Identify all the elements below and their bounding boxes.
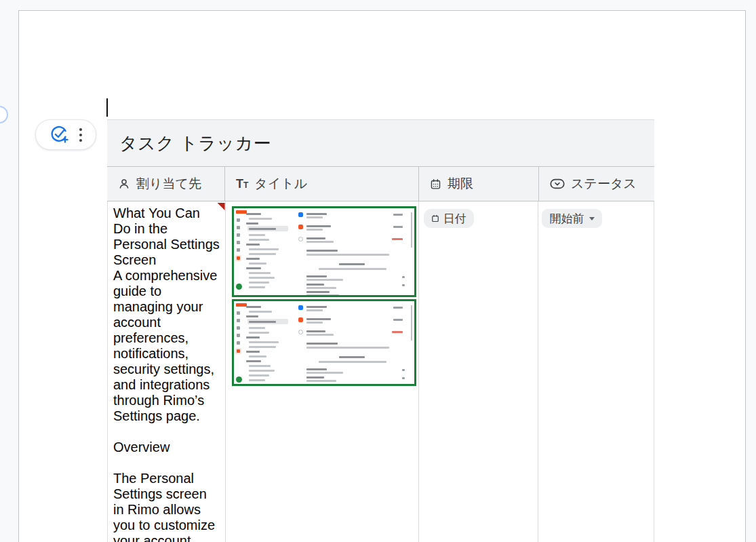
thumbnail-skeleton-shape	[237, 241, 240, 244]
add-task-icon[interactable]	[50, 125, 68, 144]
title-cell[interactable]	[226, 201, 419, 542]
text-line: and integrations	[113, 377, 221, 393]
thumbnail-skeleton-shape	[393, 307, 403, 309]
thumbnail-skeleton-shape	[306, 318, 331, 320]
thumbnail-skeleton-shape	[249, 263, 266, 265]
chevron-down-icon	[589, 217, 595, 220]
thumbnail-skeleton-shape	[306, 347, 389, 349]
thumbnail-skeleton-shape	[306, 229, 323, 231]
text-line: account	[113, 315, 221, 330]
text-caret	[106, 98, 108, 117]
thumbnail-skeleton-shape	[237, 349, 240, 353]
status-chip[interactable]: 開始前	[542, 209, 602, 228]
thumbnail-skeleton-shape	[319, 361, 386, 363]
thumbnail-skeleton-shape	[249, 248, 279, 250]
thumbnail-skeleton-shape	[237, 248, 240, 252]
thumbnail-skeleton-shape	[249, 311, 272, 313]
text-line: preferences,	[113, 330, 221, 346]
thumbnail-skeleton-shape	[249, 365, 271, 367]
due-date-cell[interactable]: 日付	[419, 201, 539, 542]
text-line	[113, 424, 221, 440]
text-line: Personal Settings	[113, 237, 221, 252]
thumbnail-skeleton-shape	[402, 377, 405, 379]
thumbnail-skeleton-shape	[306, 330, 325, 332]
assignee-cell[interactable]: What You CanDo in thePersonal SettingsSc…	[108, 201, 226, 542]
thumbnail-skeleton-shape	[306, 384, 330, 386]
thumbnail-skeleton-shape	[298, 212, 303, 217]
thumbnail-skeleton-shape	[236, 210, 247, 214]
thumbnail-skeleton-shape	[298, 225, 303, 229]
thumbnail-skeleton-shape	[237, 218, 240, 222]
thumbnail-skeleton-shape	[246, 315, 258, 317]
thumbnail-skeleton-shape	[306, 343, 338, 345]
date-chip-label: 日付	[443, 211, 466, 227]
thumbnail-skeleton-shape	[306, 213, 327, 215]
column-header-status[interactable]: ステータス	[539, 167, 654, 201]
thumbnail-skeleton-shape	[392, 238, 403, 240]
thumbnail-skeleton-shape	[306, 291, 330, 293]
thumbnail-screenshot	[234, 208, 414, 295]
more-options-icon[interactable]	[79, 134, 82, 136]
task-tracker-table: タスク トラッカー 割り当て先 TT タイトル 期限	[107, 119, 654, 542]
thumbnail-skeleton-shape	[402, 284, 405, 286]
thumbnail-skeleton-shape	[249, 218, 272, 220]
date-chip[interactable]: 日付	[424, 209, 474, 228]
thumbnail-skeleton-shape	[246, 360, 261, 362]
text-line	[113, 455, 221, 471]
column-header-title[interactable]: TT タイトル	[225, 167, 419, 201]
text-line: in Rimo allows	[113, 502, 221, 518]
thumbnail-skeleton-shape	[249, 228, 276, 230]
edge-partial-button	[0, 106, 8, 123]
thumbnail-skeleton-shape	[306, 225, 331, 227]
thumbnail-skeleton-shape	[393, 319, 403, 321]
thumbnail-skeleton-shape	[237, 311, 240, 315]
table-title[interactable]: タスク トラッカー	[107, 119, 654, 167]
task-thumbnail[interactable]	[232, 299, 416, 386]
thumbnail-skeleton-shape	[249, 346, 276, 348]
column-header-assignee[interactable]: 割り当て先	[107, 167, 225, 201]
thumbnail-skeleton-shape	[306, 322, 323, 324]
thumbnail-skeleton-shape	[306, 254, 389, 256]
status-chip-label: 開始前	[549, 211, 584, 227]
thumbnail-skeleton-shape	[237, 326, 240, 330]
task-widget-toolbar	[35, 119, 96, 150]
column-header-label: ステータス	[571, 175, 637, 193]
column-header-due[interactable]: 期限	[419, 167, 539, 201]
thumbnail-skeleton-shape	[246, 222, 258, 225]
thumbnail-skeleton-shape	[246, 267, 261, 269]
thumbnail-skeleton-shape	[306, 380, 336, 382]
column-header-label: タイトル	[254, 175, 307, 193]
thumbnail-skeleton-shape	[306, 309, 323, 311]
thumbnail-skeleton-shape	[246, 258, 260, 260]
column-header-label: 割り当て先	[136, 175, 201, 193]
thumbnail-skeleton-shape	[249, 374, 269, 376]
text-line: Settings screen	[113, 486, 221, 502]
thumbnail-skeleton-shape	[306, 275, 327, 277]
calendar-icon	[430, 178, 441, 190]
text-line: Overview	[113, 440, 221, 455]
thumbnail-skeleton-shape	[393, 226, 403, 228]
status-cell[interactable]: 開始前	[538, 201, 654, 542]
thumbnail-skeleton-shape	[237, 226, 240, 229]
thumbnail-skeleton-shape	[298, 237, 303, 241]
text-format-icon: TT	[236, 176, 248, 191]
thumbnail-skeleton-shape	[236, 284, 242, 290]
text-line: The Personal	[113, 471, 221, 486]
thumbnail-skeleton-shape	[306, 287, 336, 289]
thumbnail-skeleton-shape	[249, 239, 269, 241]
thumbnail-skeleton-shape	[339, 263, 365, 265]
thumbnail-skeleton-shape	[402, 276, 405, 278]
text-line: Screen	[113, 252, 221, 268]
table-title-text: タスク トラッカー	[119, 132, 271, 155]
task-thumbnail[interactable]	[232, 206, 416, 297]
text-line: guide to	[113, 284, 221, 299]
column-header-label: 期限	[447, 175, 473, 193]
thumbnail-skeleton-shape	[306, 294, 339, 296]
table-body-row: What You CanDo in thePersonal SettingsSc…	[107, 201, 654, 542]
thumbnail-skeleton-shape	[306, 237, 325, 239]
text-line: A comprehensive	[113, 268, 221, 284]
text-line: you to customize	[113, 518, 221, 533]
assignee-cell-text: What You CanDo in thePersonal SettingsSc…	[113, 206, 221, 542]
thumbnail-skeleton-shape	[249, 332, 269, 334]
thumbnail-skeleton-shape	[319, 268, 386, 270]
